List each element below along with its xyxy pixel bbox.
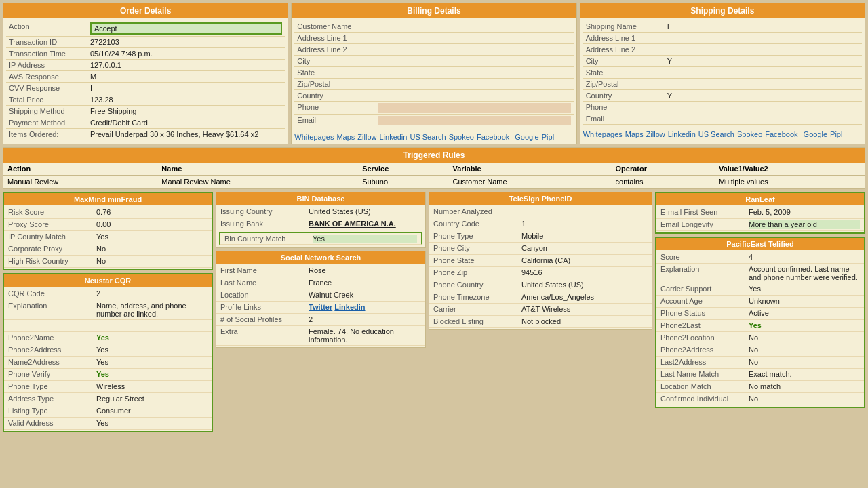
- social-network-title: Social Network Search: [216, 251, 425, 264]
- value-pe-explanation: Account confirmed. Last name and phone n…: [749, 265, 860, 281]
- value-transaction-id: 2722103: [90, 38, 282, 46]
- triggered-rules-title: Triggered Rules: [3, 148, 865, 163]
- field-cqr-code: CQR Code 2: [4, 288, 212, 300]
- cell-variable: Customer Name: [449, 176, 612, 188]
- field-confirmed-individual: Confirmed Individual No: [656, 393, 864, 405]
- ranleaf-title: RanLeaf: [656, 193, 864, 205]
- shipping-link-linkedin[interactable]: Linkedin: [668, 130, 696, 138]
- label-cvv: CVV Response: [9, 84, 90, 92]
- maxmind-panel: MaxMind minFraud Risk Score 0.76 Proxy S…: [3, 192, 213, 270]
- billing-link-zillow[interactable]: Zillow: [357, 133, 376, 141]
- label-confirmed-individual: Confirmed Individual: [660, 394, 749, 403]
- billing-link-facebook[interactable]: Facebook: [477, 133, 509, 141]
- label-issuing-bank: Issuing Bank: [220, 220, 309, 228]
- label-bin-country-match: Bin Country Match: [224, 235, 313, 243]
- label-billing-email: Email: [297, 116, 378, 125]
- shipping-link-spokeo[interactable]: Spokeo: [737, 130, 762, 138]
- label-valid-address: Valid Address: [8, 419, 96, 428]
- label-phone-type: Phone Type: [8, 382, 96, 391]
- billing-link-linkedin[interactable]: Linkedin: [379, 133, 407, 141]
- field-extra: Extra Female. 74. No education informati…: [216, 326, 425, 346]
- billing-link-whitepages[interactable]: Whitepages: [294, 133, 334, 141]
- field-transaction-time: Transaction Time 05/10/24 7:48 p.m.: [6, 48, 285, 60]
- shipping-link-whitepages[interactable]: Whitepages: [583, 130, 623, 138]
- field-billing-country: Country: [294, 90, 573, 102]
- col-service: Service: [358, 163, 448, 176]
- value-shipping-addr2: [667, 45, 859, 54]
- value-billing-country: [378, 92, 570, 100]
- col-name: Name: [157, 163, 358, 176]
- field-items-ordered: Items Ordered: Prevail Underpad 30 x 36 …: [6, 129, 285, 140]
- label-phone-city: Phone City: [433, 244, 521, 253]
- label-items-ordered: Items Ordered:: [9, 130, 90, 138]
- value-pe-phone2address: No: [749, 346, 860, 354]
- table-row: Manual Review Manal Review Name Subuno C…: [3, 176, 865, 188]
- value-phone-type: Wireless: [96, 382, 208, 391]
- label-country-code: Country Code: [433, 220, 521, 228]
- label-billing-addr2: Address Line 2: [297, 45, 378, 54]
- value-extra: Female. 74. No education information.: [309, 327, 421, 344]
- bin-body: Issuing Country United States (US) Issui…: [216, 205, 425, 247]
- value-billing-addr1: [378, 34, 570, 42]
- label-risk-score: Risk Score: [8, 208, 96, 217]
- field-last-name: Last Name France: [216, 277, 425, 289]
- billing-link-maps[interactable]: Maps: [336, 133, 355, 141]
- field-avs: AVS Response M: [6, 71, 285, 83]
- billing-link-spokeo[interactable]: Spokeo: [449, 133, 474, 141]
- billing-link-google[interactable]: Google: [515, 133, 538, 141]
- value-shipping-phone: [667, 103, 859, 111]
- field-payment-method: Payment Method Credit/Debit Card: [6, 117, 285, 129]
- label-last-name: Last Name: [220, 279, 309, 287]
- shipping-link-zillow[interactable]: Zillow: [646, 130, 665, 138]
- label-shipping-addr1: Address Line 1: [586, 34, 667, 42]
- label-carrier-support: Carrier Support: [660, 285, 749, 293]
- label-shipping-state: State: [586, 68, 667, 77]
- value-email-longevity: More than a year old: [749, 220, 860, 229]
- label-shipping-phone: Phone: [586, 103, 667, 111]
- billing-links: Whitepages Maps Zillow Linkedin US Searc…: [292, 130, 576, 144]
- label-billing-country: Country: [297, 92, 378, 100]
- label-ip-address: IP Address: [9, 61, 90, 69]
- field-phone-city: Phone City Canyon: [429, 243, 652, 255]
- value-phone-state: California (CA): [521, 256, 648, 265]
- label-explanation: Explanation: [8, 302, 96, 310]
- label-action: Action: [9, 22, 90, 35]
- shipping-link-facebook[interactable]: Facebook: [765, 130, 797, 138]
- value-last2address: No: [749, 358, 860, 367]
- label-email-first-seen: E-mail First Seen: [660, 208, 749, 217]
- value-phone-type-ts: Mobile: [521, 232, 648, 241]
- label-phone2last: Phone2Last: [660, 321, 749, 330]
- field-email-first-seen: E-mail First Seen Feb. 5, 2009: [656, 207, 864, 219]
- link-twitter[interactable]: Twitter: [309, 303, 332, 311]
- label-shipping-method: Shipping Method: [9, 107, 90, 115]
- field-corporate-proxy: Corporate Proxy No: [4, 243, 212, 256]
- value-billing-state: [378, 68, 570, 77]
- value-social-profiles-count: 2: [309, 315, 421, 324]
- field-billing-addr2: Address Line 2: [294, 44, 573, 56]
- field-profile-links: Profile Links Twitter Linkedin: [216, 302, 425, 314]
- field-billing-phone: Phone: [294, 102, 573, 115]
- label-high-risk-country: High Risk Country: [8, 257, 96, 266]
- field-shipping-city: City Y: [583, 56, 862, 67]
- label-name2address: Name2Address: [8, 358, 96, 367]
- field-address-type: Address Type Regular Street: [4, 393, 212, 405]
- shipping-link-ussearch[interactable]: US Search: [698, 130, 734, 138]
- value-email-first-seen: Feb. 5, 2009: [749, 208, 860, 217]
- cell-value: Multiple values: [715, 176, 865, 188]
- billing-link-pipl[interactable]: Pipl: [542, 133, 554, 141]
- shipping-link-maps[interactable]: Maps: [625, 130, 644, 138]
- field-bin-country-match: Bin Country Match Yes: [219, 232, 422, 245]
- value-cqr-code: 2: [96, 289, 208, 298]
- social-network-body: First Name Rose Last Name France Locatio…: [216, 264, 425, 347]
- billing-link-ussearch[interactable]: US Search: [410, 133, 446, 141]
- field-number-analyzed: Number Analyzed: [429, 206, 652, 218]
- field-billing-state: State: [294, 67, 573, 79]
- field-transaction-id: Transaction ID 2722103: [6, 37, 285, 48]
- field-location: Location Walnut Creek: [216, 289, 425, 302]
- shipping-link-pipl[interactable]: Pipl: [830, 130, 842, 138]
- link-linkedin[interactable]: Linkedin: [334, 303, 365, 311]
- field-last-name-match: Last Name Match Exact match.: [656, 369, 864, 381]
- value-phone2last: Yes: [749, 321, 860, 330]
- shipping-link-google[interactable]: Google: [804, 130, 827, 138]
- field-customer-name: Customer Name: [294, 21, 573, 33]
